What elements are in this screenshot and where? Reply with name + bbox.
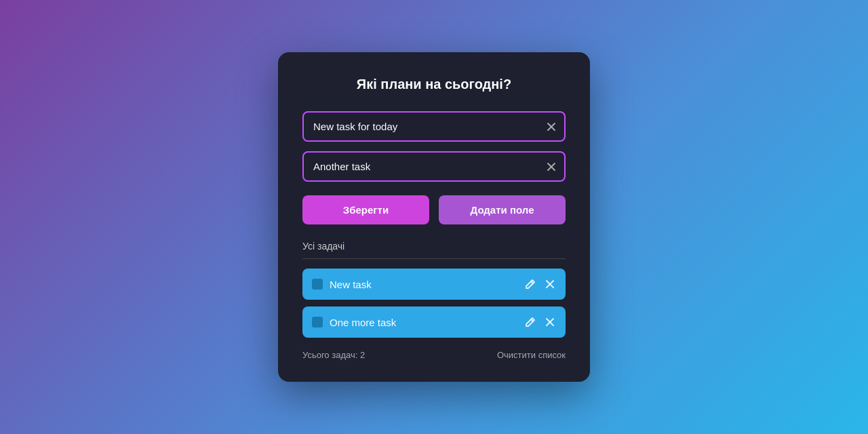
task-checkbox-2[interactable] <box>312 317 323 328</box>
all-tasks-section: Усі задачі New task <box>302 241 566 360</box>
button-row: Зберегти Додати поле <box>302 195 566 224</box>
clear-input-1-button[interactable] <box>545 121 557 133</box>
task-input-2[interactable] <box>302 151 566 182</box>
delete-task-2-icon <box>545 317 555 327</box>
total-count-label: Усього задач: 2 <box>302 350 365 360</box>
task-text-1: New task <box>330 279 517 290</box>
task-list: New task <box>302 269 566 338</box>
section-divider <box>302 258 566 259</box>
delete-task-1-button[interactable] <box>544 278 556 290</box>
task-input-wrapper-2 <box>302 151 566 182</box>
svg-line-4 <box>531 281 533 283</box>
clear-input-2-button[interactable] <box>545 161 557 173</box>
clear-list-button[interactable]: Очистити список <box>497 350 566 360</box>
task-text-2: One more task <box>330 317 517 328</box>
main-modal: Які плани на сьогодні? Зберегти Додати <box>278 52 590 382</box>
edit-task-2-button[interactable] <box>524 315 537 329</box>
edit-task-1-icon <box>525 279 536 290</box>
add-field-button[interactable]: Додати поле <box>439 195 566 224</box>
edit-task-2-icon <box>525 317 536 328</box>
task-actions-1 <box>524 277 556 291</box>
all-tasks-label: Усі задачі <box>302 241 566 252</box>
svg-line-7 <box>531 319 533 321</box>
task-input-wrapper-1 <box>302 111 566 142</box>
task-actions-2 <box>524 315 556 329</box>
modal-title: Які плани на сьогодні? <box>302 77 566 92</box>
task-input-1[interactable] <box>302 111 566 142</box>
footer-row: Усього задач: 2 Очистити список <box>302 350 566 360</box>
delete-task-2-button[interactable] <box>544 316 556 328</box>
task-item: New task <box>302 269 566 300</box>
task-item: One more task <box>302 307 566 338</box>
clear-input-2-icon <box>547 162 556 172</box>
save-button[interactable]: Зберегти <box>302 195 429 224</box>
clear-input-1-icon <box>547 122 556 132</box>
task-checkbox-1[interactable] <box>312 279 323 290</box>
delete-task-1-icon <box>545 279 555 289</box>
edit-task-1-button[interactable] <box>524 277 537 291</box>
input-group <box>302 111 566 182</box>
